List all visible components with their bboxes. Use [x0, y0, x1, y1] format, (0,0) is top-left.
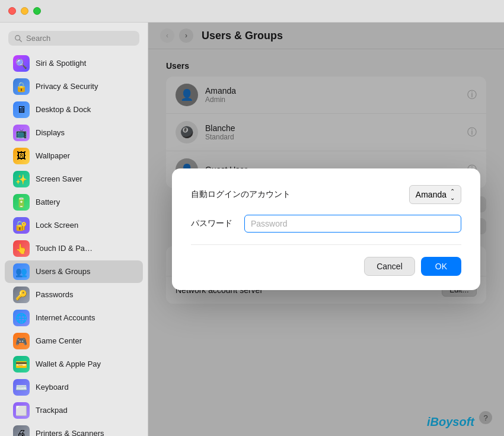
sidebar-label-keyboard: Keyboard — [36, 383, 69, 392]
svg-line-1 — [20, 39, 22, 42]
sidebar-item-passwords[interactable]: 🔑 Passwords — [5, 284, 143, 306]
content-area: ‹ › Users & Groups Users 👤 Amanda Admin … — [148, 23, 504, 436]
sidebar-item-internet[interactable]: 🌐 Internet Accounts — [5, 307, 143, 329]
sidebar-label-screensaver: Screen Saver — [36, 174, 82, 184]
sidebar-label-trackpad: Trackpad — [36, 406, 68, 415]
sidebar-item-wallpaper[interactable]: 🖼 Wallpaper — [5, 145, 143, 167]
sidebar-label-wallet: Wallet & Apple Pay — [36, 359, 101, 369]
sidebar-icon-screensaver: ✨ — [13, 171, 30, 187]
modal-divider — [191, 244, 461, 245]
modal-password-input[interactable] — [244, 215, 461, 233]
sidebar-item-screensaver[interactable]: ✨ Screen Saver — [5, 168, 143, 190]
sidebar-label-siri: Siri & Spotlight — [36, 59, 86, 68]
sidebar-icon-internet: 🌐 — [13, 310, 30, 326]
sidebar-label-desktop: Desktop & Dock — [36, 105, 91, 114]
minimize-button[interactable] — [21, 7, 28, 15]
sidebar-item-battery[interactable]: 🔋 Battery — [5, 191, 143, 214]
sidebar-label-printers: Printers & Scanners — [36, 429, 104, 436]
sidebar-item-siri[interactable]: 🔍 Siri & Spotlight — [5, 52, 143, 75]
sidebar-item-lockscreen[interactable]: 🔐 Lock Screen — [5, 214, 143, 237]
search-input[interactable] — [26, 34, 133, 43]
modal-account-chevron: ⌃⌄ — [450, 188, 455, 201]
sidebar-label-passwords: Passwords — [36, 290, 74, 300]
sidebar-icon-gamecenter: 🎮 — [13, 333, 30, 349]
sidebar-icon-battery: 🔋 — [13, 194, 30, 211]
sidebar-label-gamecenter: Game Center — [36, 336, 82, 346]
sidebar-item-desktop[interactable]: 🖥 Desktop & Dock — [5, 98, 143, 121]
sidebar-icon-displays: 📺 — [13, 125, 30, 141]
sidebar-icon-passwords: 🔑 — [13, 287, 30, 303]
modal-overlay: 自動ログインのアカウント Amanda ⌃⌄ パスワード Cancel OK — [148, 23, 504, 436]
sidebar-item-wallet[interactable]: 💳 Wallet & Apple Pay — [5, 353, 143, 375]
modal-input-container — [244, 215, 461, 233]
modal-dialog: 自動ログインのアカウント Amanda ⌃⌄ パスワード Cancel OK — [172, 168, 480, 290]
sidebar-label-privacy: Privacy & Security — [36, 82, 98, 91]
sidebar-icon-privacy: 🔒 — [13, 78, 30, 95]
sidebar-item-keyboard[interactable]: ⌨️ Keyboard — [5, 376, 143, 399]
sidebar-icon-keyboard: ⌨️ — [13, 379, 30, 396]
sidebar-icon-touchid: 👆 — [13, 240, 30, 257]
modal-password-row: パスワード — [191, 215, 461, 233]
cancel-button[interactable]: Cancel — [364, 257, 415, 276]
sidebar-icon-lockscreen: 🔐 — [13, 217, 30, 234]
traffic-lights — [8, 7, 41, 15]
sidebar-icon-wallet: 💳 — [13, 356, 30, 373]
modal-account-select[interactable]: Amanda ⌃⌄ — [409, 185, 461, 204]
sidebar-icon-printers: 🖨 — [13, 425, 30, 436]
sidebar-icon-siri: 🔍 — [13, 55, 30, 72]
sidebar-icon-users: 👥 — [13, 263, 30, 280]
sidebar-item-displays[interactable]: 📺 Displays — [5, 122, 143, 144]
sidebar-label-displays: Displays — [36, 128, 65, 138]
titlebar — [0, 0, 504, 23]
close-button[interactable] — [8, 7, 16, 15]
sidebar-item-touchid[interactable]: 👆 Touch ID & Pa… — [5, 237, 143, 260]
modal-password-label: パスワード — [191, 218, 232, 229]
sidebar: 🔍 Siri & Spotlight 🔒 Privacy & Security … — [0, 23, 148, 436]
sidebar-label-internet: Internet Accounts — [36, 313, 95, 323]
sidebar-item-printers[interactable]: 🖨 Printers & Scanners — [5, 422, 143, 436]
modal-account-value: Amanda — [416, 190, 446, 199]
sidebar-label-battery: Battery — [36, 198, 60, 207]
sidebar-label-lockscreen: Lock Screen — [36, 221, 78, 230]
maximize-button[interactable] — [33, 7, 41, 15]
sidebar-icon-desktop: 🖥 — [13, 101, 30, 118]
sidebar-item-privacy[interactable]: 🔒 Privacy & Security — [5, 75, 143, 98]
modal-actions: Cancel OK — [191, 257, 461, 276]
modal-account-row: 自動ログインのアカウント Amanda ⌃⌄ — [191, 185, 461, 204]
sidebar-icon-wallpaper: 🖼 — [13, 148, 30, 164]
sidebar-label-wallpaper: Wallpaper — [36, 151, 70, 161]
sidebar-label-touchid: Touch ID & Pa… — [36, 244, 92, 253]
search-bar[interactable] — [8, 31, 139, 46]
sidebar-label-users: Users & Groups — [36, 267, 90, 276]
search-icon — [14, 34, 23, 43]
sidebar-item-users[interactable]: 👥 Users & Groups — [5, 260, 143, 283]
ok-button[interactable]: OK — [421, 257, 461, 276]
modal-account-label: 自動ログインのアカウント — [191, 189, 291, 200]
sidebar-item-trackpad[interactable]: ⬜ Trackpad — [5, 399, 143, 422]
main-layout: 🔍 Siri & Spotlight 🔒 Privacy & Security … — [0, 23, 504, 436]
sidebar-item-gamecenter[interactable]: 🎮 Game Center — [5, 330, 143, 352]
sidebar-icon-trackpad: ⬜ — [13, 402, 30, 419]
